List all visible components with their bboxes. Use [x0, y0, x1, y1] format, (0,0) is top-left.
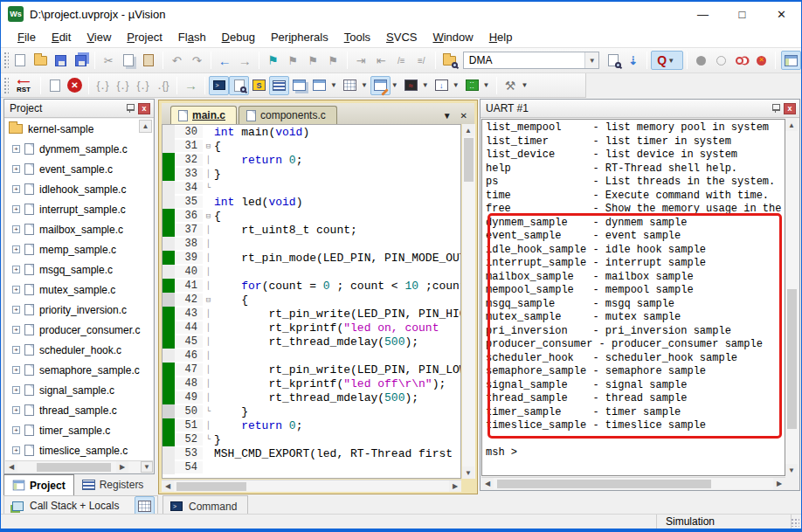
breakpoint-kill-all-icon[interactable]: ✕: [751, 51, 771, 70]
scroll-left-icon[interactable]: ◀: [481, 478, 494, 489]
menu-project[interactable]: Project: [119, 28, 169, 46]
indent-icon[interactable]: ⇥: [351, 51, 371, 70]
fold-toggle-icon[interactable]: ⊟: [203, 211, 214, 221]
redo-icon[interactable]: ↷: [187, 51, 207, 70]
expand-icon[interactable]: +: [12, 205, 20, 213]
tree-item[interactable]: +mailbox_sample.c: [5, 219, 153, 239]
menu-flash[interactable]: Flash: [170, 28, 214, 46]
unindent-icon[interactable]: ⇤: [371, 51, 391, 70]
expand-icon[interactable]: +: [12, 185, 20, 193]
run-to-cursor-icon[interactable]: ᎐{}: [153, 76, 173, 95]
reset-button[interactable]: ⟵RST: [10, 76, 37, 95]
bookmark-clear-icon[interactable]: ⚑: [323, 51, 343, 70]
chevron-down-icon[interactable]: ▼: [329, 81, 340, 89]
fold-toggle-icon[interactable]: ⊟: [203, 295, 214, 305]
scroll-up-icon[interactable]: ▲: [785, 119, 798, 131]
serial-windows-button[interactable]: [289, 76, 309, 95]
copy-icon[interactable]: [119, 51, 139, 70]
find-in-files-icon[interactable]: [439, 51, 460, 70]
tree-item[interactable]: +event_sample.c: [5, 159, 153, 179]
command-window-button[interactable]: >: [209, 76, 229, 95]
tab-components-c[interactable]: components.c: [239, 106, 337, 124]
tree-root[interactable]: kernel-sample: [5, 119, 153, 139]
close-button[interactable]: ✕: [762, 2, 801, 26]
tree-scroll-up-button[interactable]: ▲: [139, 120, 152, 133]
scroll-thumb[interactable]: [787, 289, 797, 429]
scroll-thumb[interactable]: [37, 463, 111, 472]
symbol-window-button[interactable]: S: [249, 76, 269, 95]
scroll-left-icon[interactable]: ◀: [162, 480, 174, 492]
uart-windows-button[interactable]: [370, 76, 391, 95]
expand-icon[interactable]: +: [12, 386, 20, 394]
chevron-down-icon[interactable]: ▼: [360, 81, 370, 89]
expand-icon[interactable]: +: [12, 165, 20, 173]
memory-button[interactable]: [135, 496, 155, 515]
save-button[interactable]: [51, 51, 71, 70]
scroll-right-icon[interactable]: ▶: [449, 480, 461, 492]
scroll-left-icon[interactable]: ◀: [5, 461, 17, 473]
uart-vscrollbar[interactable]: ▲ ▼: [785, 119, 799, 476]
paste-icon[interactable]: [139, 51, 159, 70]
minimize-button[interactable]: —: [683, 2, 722, 26]
chevron-down-icon[interactable]: ▼: [452, 81, 462, 89]
menu-file[interactable]: File: [10, 28, 44, 46]
close-icon[interactable]: x: [138, 103, 150, 114]
tree-item[interactable]: +producer_consumer.c: [5, 320, 153, 340]
tab-close-icon[interactable]: ✕: [460, 111, 467, 121]
maximize-button[interactable]: □: [722, 2, 762, 26]
tree-item[interactable]: +thread_sample.c: [5, 400, 153, 420]
bookmark-prev-icon[interactable]: ⚑: [303, 51, 323, 70]
bookmark-next-icon[interactable]: ⚑: [283, 51, 303, 70]
tree-item[interactable]: +interrupt_sample.c: [5, 199, 153, 219]
expand-icon[interactable]: +: [12, 145, 20, 153]
pin-icon[interactable]: [125, 103, 135, 114]
debug-settings-icon[interactable]: ⚒: [501, 76, 521, 95]
scroll-thumb[interactable]: [176, 482, 246, 491]
step-into-icon[interactable]: {᎐}: [93, 76, 113, 95]
memory-windows-button[interactable]: [340, 76, 360, 95]
scroll-right-icon[interactable]: ▶: [116, 461, 128, 473]
scroll-down-icon[interactable]: ▼: [785, 464, 798, 476]
chevron-down-icon[interactable]: ▼: [482, 81, 493, 89]
project-window-toggle-icon[interactable]: [781, 51, 801, 70]
menu-view[interactable]: View: [79, 28, 119, 46]
breakpoint-enable-icon[interactable]: [711, 51, 731, 70]
scroll-right-icon[interactable]: ▶: [773, 478, 785, 489]
expand-icon[interactable]: +: [12, 245, 20, 253]
expand-icon[interactable]: +: [12, 426, 20, 434]
menu-edit[interactable]: Edit: [44, 28, 79, 46]
show-next-statement-icon[interactable]: →: [181, 76, 201, 95]
chevron-down-icon[interactable]: ▼: [584, 52, 598, 68]
expand-icon[interactable]: +: [12, 266, 20, 273]
stop-button[interactable]: ✕: [65, 76, 85, 95]
tab-registers[interactable]: Registers: [74, 474, 152, 495]
editor-vscrollbar[interactable]: ▲ ▼: [462, 124, 475, 479]
chevron-down-icon[interactable]: ▼: [521, 81, 531, 89]
expand-icon[interactable]: +: [12, 346, 20, 354]
tree-scroll-down-button[interactable]: ▼: [141, 461, 153, 473]
close-icon[interactable]: x: [784, 103, 796, 114]
tree-item[interactable]: +mutex_sample.c: [5, 280, 153, 300]
expand-icon[interactable]: +: [12, 446, 20, 454]
system-viewer-button[interactable]: ↓: [432, 76, 452, 95]
resize-grip[interactable]: [791, 518, 799, 527]
tab-list-icon[interactable]: ▼: [443, 111, 452, 121]
find-combobox[interactable]: DMA ▼: [463, 52, 600, 69]
menu-debug[interactable]: Debug: [214, 28, 263, 46]
tree-item[interactable]: +timeslice_sample.c: [5, 440, 153, 460]
logic-analyzer-button[interactable]: ≈: [401, 76, 421, 95]
disassembly-window-button[interactable]: [229, 76, 249, 95]
navigate-back-icon[interactable]: ←: [215, 51, 235, 70]
menu-peripherals[interactable]: Peripherals: [263, 28, 336, 46]
find-in-document-icon[interactable]: [603, 51, 623, 70]
tree-item[interactable]: +dynmem_sample.c: [5, 139, 153, 159]
step-over-icon[interactable]: {᎐}: [113, 76, 133, 95]
tree-item[interactable]: +msgq_sample.c: [5, 259, 153, 280]
undo-icon[interactable]: ↶: [167, 51, 187, 70]
expand-icon[interactable]: +: [12, 366, 20, 374]
new-file-button[interactable]: [10, 51, 31, 70]
uart-hscrollbar[interactable]: ◀ ▶: [481, 477, 785, 489]
editor-hscrollbar[interactable]: ◀ ▶: [162, 480, 461, 492]
uncomment-icon[interactable]: ≡/: [411, 51, 432, 70]
tab-main-c[interactable]: main.c: [170, 106, 237, 124]
